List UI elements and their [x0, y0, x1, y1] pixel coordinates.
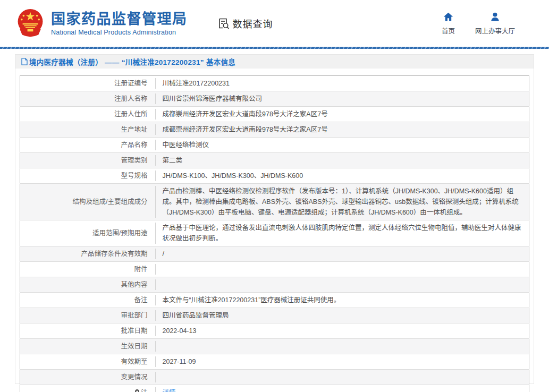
- table-row: 生效日期: [20, 339, 529, 354]
- registration-info-table-wrap: 注册证编号 川械注准20172200231 注册人名称 四川省崇州锦海医疗器械有…: [20, 75, 529, 392]
- table-row: 产品名称 中医经络检测仪: [20, 138, 529, 153]
- row-value: [155, 277, 529, 293]
- site-title: 国家药品监督管理局: [51, 11, 188, 27]
- row-value: 第二类: [155, 153, 529, 168]
- breadcrumb: 境内医疗器械（注册） —— “川械注准20172200231” 基本信息: [15, 55, 534, 69]
- row-label: 结构及组成/主要组成成分: [20, 184, 155, 220]
- top-nav: 首页 网上办事大厅: [442, 11, 515, 36]
- table-row: 注册证编号 川械注准20172200231: [20, 76, 529, 91]
- nav-service-hall-label: 网上办事大厅: [475, 25, 515, 36]
- row-value: [155, 370, 529, 385]
- row-value: 成都崇州经济开发区宏业大道南段978号大洋之家A区7号: [155, 107, 529, 122]
- page-title: 境内医疗器械（注册） —— “川械注准20172200231” 基本信息: [29, 56, 235, 67]
- row-value: 2027-11-09: [155, 354, 529, 370]
- detail-link[interactable]: 详情: [163, 389, 176, 392]
- table-row: 其他内容: [20, 277, 529, 293]
- data-query-icon: [217, 17, 230, 30]
- row-label: 审批部门: [20, 308, 155, 323]
- row-value: 川械注准20172200231: [155, 76, 529, 91]
- row-label: 型号规格: [20, 168, 155, 184]
- row-value: 本文件与“川械注准20172200231”医疗器械注册证共同使用。: [155, 293, 529, 308]
- nav-home-label: 首页: [442, 25, 455, 36]
- table-row: 结构及组成/主要组成成分 产品由检测棒、中医经络检测仪检测程序软件（发布版本号：…: [20, 184, 529, 220]
- pin-icon: [134, 389, 140, 392]
- row-label: 备注: [20, 293, 155, 308]
- home-icon: [443, 11, 454, 22]
- table-row: 备注 本文件与“川械注准20172200231”医疗器械注册证共同使用。: [20, 293, 529, 308]
- table-row: 适用范围/预期用途 产品基于中医理论，通过设备发出直流电刺激人体四肢肌肉特定位置…: [20, 220, 529, 246]
- table-row: 变更情况: [20, 370, 529, 385]
- row-value: 产品基于中医理论，通过设备发出直流电刺激人体四肢肌肉特定位置，测定人体经络穴位生…: [155, 220, 529, 246]
- row-label: 附件: [20, 262, 155, 277]
- row-value: [155, 339, 529, 354]
- content-panel: 境内医疗器械（注册） —— “川械注准20172200231” 基本信息 注册证…: [15, 54, 534, 384]
- row-label: 其他内容: [20, 277, 155, 293]
- row-value: 中医经络检测仪: [155, 138, 529, 153]
- table-row: 审批部门 四川省药品监督管理局: [20, 308, 529, 323]
- document-icon: [21, 58, 28, 65]
- row-label: 生产地址: [20, 122, 155, 138]
- nav-item-home[interactable]: 首页: [442, 11, 455, 36]
- table-row: 附件: [20, 262, 529, 277]
- table-row: 有效期至 2027-11-09: [20, 354, 529, 370]
- row-value: 详情: [155, 385, 529, 392]
- row-value: /: [155, 246, 529, 262]
- site-subtitle: National Medical Products Administration: [51, 29, 188, 36]
- row-label: 批准日期: [20, 323, 155, 339]
- row-label: 管理类别: [20, 153, 155, 168]
- data-query-tab[interactable]: 数据查询: [217, 16, 273, 30]
- nmpa-logo[interactable]: 国家药品监督管理局 National Medical Products Admi…: [16, 8, 188, 39]
- table-row: 型号规格 JH/DMS-K100、JH/DMS-K300、JH/DMS-K600: [20, 168, 529, 184]
- table-row: 注册人名称 四川省崇州锦海医疗器械有限公司: [20, 91, 529, 107]
- row-value: 产品由检测棒、中医经络检测仪检测程序软件（发布版本号：1）、计算机系统（JH/D…: [155, 184, 529, 220]
- row-value: 四川省药品监督管理局: [155, 308, 529, 323]
- row-value: 四川省崇州锦海医疗器械有限公司: [155, 91, 529, 107]
- national-emblem-icon: [16, 8, 45, 39]
- row-label: 有效期至: [20, 354, 155, 370]
- row-value: [155, 262, 529, 277]
- logo-text-block: 国家药品监督管理局 National Medical Products Admi…: [51, 11, 188, 36]
- site-header: 国家药品监督管理局 National Medical Products Admi…: [0, 0, 549, 47]
- row-value: JH/DMS-K100、JH/DMS-K300、JH/DMS-K600: [155, 168, 529, 184]
- table-row: 产品储存条件及有效期 /: [20, 246, 529, 262]
- row-label: 产品储存条件及有效期: [20, 246, 155, 262]
- row-label: 注: [20, 385, 155, 392]
- data-query-label: 数据查询: [233, 16, 273, 30]
- row-value: 2022-04-13: [155, 323, 529, 339]
- header-divider: [0, 47, 549, 49]
- row-value: 成都崇州经济开发区宏业大道南段978号大洋之家A区7号: [155, 122, 529, 138]
- registration-info-table: 注册证编号 川械注准20172200231 注册人名称 四川省崇州锦海医疗器械有…: [20, 75, 529, 392]
- note-label: 注: [141, 389, 148, 392]
- nav-item-service-hall[interactable]: 网上办事大厅: [475, 11, 515, 36]
- row-label: 生效日期: [20, 339, 155, 354]
- table-row: 生产地址 成都崇州经济开发区宏业大道南段978号大洋之家A区7号: [20, 122, 529, 138]
- person-icon: [489, 11, 501, 22]
- table-row: 管理类别 第二类: [20, 153, 529, 168]
- table-row-note: 注 详情: [20, 385, 529, 392]
- row-label: 注册证编号: [20, 76, 155, 91]
- row-label: 注册人住所: [20, 107, 155, 122]
- table-row: 注册人住所 成都崇州经济开发区宏业大道南段978号大洋之家A区7号: [20, 107, 529, 122]
- row-label: 注册人名称: [20, 91, 155, 107]
- row-label: 适用范围/预期用途: [20, 220, 155, 246]
- table-row: 批准日期 2022-04-13: [20, 323, 529, 339]
- row-label: 变更情况: [20, 370, 155, 385]
- row-label: 产品名称: [20, 138, 155, 153]
